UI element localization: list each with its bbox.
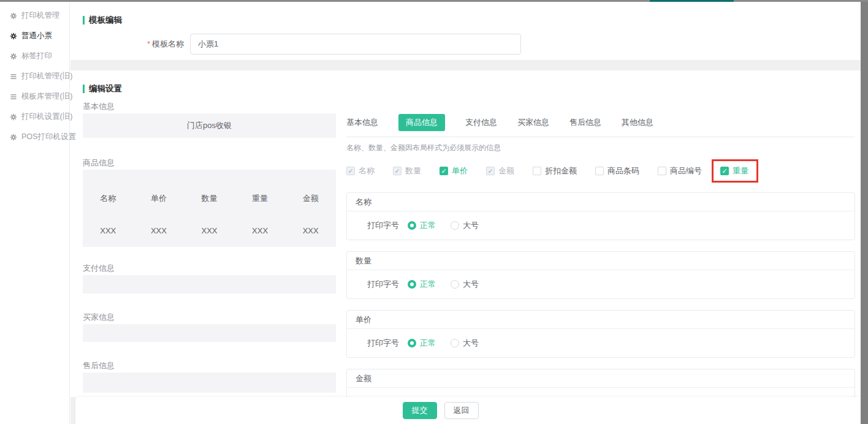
preview-buyer-label: 买家信息 [83, 312, 336, 323]
goods-col: 数量 [184, 193, 235, 204]
preview-basic-box[interactable]: 门店pos收银 [83, 113, 336, 138]
radio-icon [451, 280, 459, 289]
sidebar-item-printer-management[interactable]: 打印机管理 [0, 6, 69, 26]
radio-normal[interactable]: 正常 [408, 338, 436, 349]
radio-large[interactable]: 大号 [451, 220, 479, 231]
sidebar-item-normal-receipt[interactable]: 普通小票 [0, 26, 69, 46]
field-card-body: 打印字号 正常 大号 [347, 270, 855, 298]
field-card-body: 打印字号 正常 大号 [347, 329, 855, 357]
checkbox-icon [533, 167, 541, 175]
gear-icon [10, 12, 17, 20]
radio-large[interactable]: 大号 [451, 338, 479, 349]
sidebar-item-printer-management-old[interactable]: 打印机管理(旧) [0, 66, 69, 86]
section-title-template-edit: 模板编辑 [83, 15, 861, 26]
receipt-preview: 基本信息 门店pos收银 商品信息 名称 单价 数量 重量 金额 XXX XXX… [83, 101, 336, 393]
sidebar-item-pos-printer-settings[interactable]: POS打印机设置 [0, 127, 69, 147]
back-button[interactable]: 返回 [444, 402, 479, 419]
sidebar-item-label: 打印机管理 [21, 10, 60, 21]
checkbox-product-barcode[interactable]: 商品条码 [595, 165, 639, 176]
sidebar-item-label: 打印机管理(旧) [21, 71, 72, 81]
preview-aftersale-box[interactable] [83, 373, 336, 393]
checkbox-icon [486, 167, 495, 175]
required-fields-hint: 名称、数量、金额因布局样式为必须展示的信息 [346, 143, 855, 153]
field-card-title: 数量 [347, 252, 855, 270]
tab-aftersale-info[interactable]: 售后信息 [569, 114, 601, 131]
sidebar-item-label: 普通小票 [21, 31, 52, 41]
goods-col: 金额 [285, 193, 336, 204]
field-card-name: 名称 打印字号 正常 大号 [346, 192, 855, 240]
edit-settings-section: 编辑设置 基本信息 门店pos收银 商品信息 名称 单价 数量 重量 金额 X [70, 70, 861, 397]
checkbox-unit-price[interactable]: 单价 [440, 165, 468, 176]
sidebar-item-label: POS打印机设置 [21, 132, 76, 142]
print-size-label: 打印字号 [367, 220, 399, 231]
gear-icon [10, 134, 17, 141]
radio-normal[interactable]: 正常 [408, 220, 436, 231]
preview-payment-box[interactable] [83, 275, 336, 293]
field-card-body: 打印字号 正常 大号 [347, 388, 855, 397]
field-card-unit-price: 单价 打印字号 正常 大号 [346, 310, 855, 358]
checkbox-icon [393, 167, 402, 175]
checkbox-product-code[interactable]: 商品编号 [658, 165, 702, 176]
field-card-body: 打印字号 正常 大号 [347, 211, 855, 240]
sidebar-item-template-library-old[interactable]: 模板库管理(旧) [0, 86, 69, 107]
goods-val: XXX [83, 226, 134, 235]
gear-icon [10, 113, 17, 121]
window-top-edge [0, 0, 868, 2]
submit-button[interactable]: 提交 [403, 402, 437, 419]
section-accent-bar [83, 16, 85, 25]
radio-normal[interactable]: 正常 [408, 279, 436, 290]
goods-table-header: 名称 单价 数量 重量 金额 [83, 193, 336, 204]
goods-val: XXX [285, 226, 336, 235]
checkbox-icon [440, 167, 448, 175]
sidebar-item-label: 模板库管理(旧) [21, 91, 72, 102]
goods-field-checkboxes: 名称 数量 单价 金额 [346, 166, 855, 176]
checkbox-weight[interactable]: 重量 [720, 165, 748, 176]
radio-icon [451, 339, 459, 347]
field-card-title: 名称 [347, 193, 855, 211]
checkbox-icon [595, 167, 604, 175]
radio-icon [408, 221, 416, 230]
list-icon [10, 93, 17, 100]
tab-other-info[interactable]: 其他信息 [622, 114, 653, 131]
tabs-divider [346, 137, 855, 137]
field-card-title: 单价 [347, 311, 855, 329]
template-edit-section: 模板编辑 *模板名称 [70, 2, 861, 60]
sidebar-item-printer-settings-old[interactable]: 打印机设置(旧) [0, 107, 69, 127]
radio-icon [408, 339, 416, 347]
template-name-label: *模板名称 [83, 39, 190, 50]
gear-icon [10, 32, 17, 40]
settings-panel: 基本信息 商品信息 支付信息 买家信息 售后信息 其他信息 名称、数量、金额因布… [346, 101, 855, 397]
template-name-input[interactable] [190, 34, 521, 55]
tab-basic-info[interactable]: 基本信息 [346, 114, 378, 131]
scrollbar[interactable] [861, 2, 868, 424]
checkbox-quantity: 数量 [393, 165, 421, 176]
window-top-accent [650, 0, 734, 2]
preview-buyer-box[interactable] [83, 324, 336, 342]
section-accent-bar [83, 85, 85, 93]
gear-icon [10, 53, 17, 60]
preview-goods-box[interactable]: 名称 单价 数量 重量 金额 XXX XXX XXX XXX XXX [83, 170, 336, 247]
checkbox-discount-amount[interactable]: 折扣金额 [533, 165, 577, 176]
goods-table-values: XXX XXX XXX XXX XXX [83, 226, 336, 235]
field-card-amount: 金额 打印字号 正常 大号 [346, 369, 855, 397]
sidebar-item-label: 打印机设置(旧) [21, 112, 72, 122]
goods-col: 单价 [134, 193, 185, 204]
print-size-label: 打印字号 [367, 338, 399, 349]
section-title-edit-settings: 编辑设置 [83, 83, 861, 94]
radio-large[interactable]: 大号 [451, 279, 479, 290]
template-name-row: *模板名称 [83, 34, 861, 55]
goods-val: XXX [235, 226, 286, 235]
checkbox-amount: 金额 [486, 165, 514, 176]
checkbox-icon [346, 167, 355, 175]
goods-col: 重量 [235, 193, 286, 204]
preview-aftersale-label: 售后信息 [83, 360, 336, 371]
radio-icon [408, 280, 416, 289]
main-content: 模板编辑 *模板名称 编辑设置 基本信息 门店pos收银 商品信息 [70, 2, 861, 424]
tab-payment-info[interactable]: 支付信息 [465, 114, 497, 131]
sidebar-item-label-print[interactable]: 标签打印 [0, 46, 69, 66]
tab-goods-info[interactable]: 商品信息 [398, 114, 445, 131]
field-card-title: 金额 [347, 369, 855, 388]
tab-buyer-info[interactable]: 买家信息 [517, 114, 549, 131]
goods-col: 名称 [83, 193, 134, 204]
checkbox-icon [658, 167, 666, 175]
